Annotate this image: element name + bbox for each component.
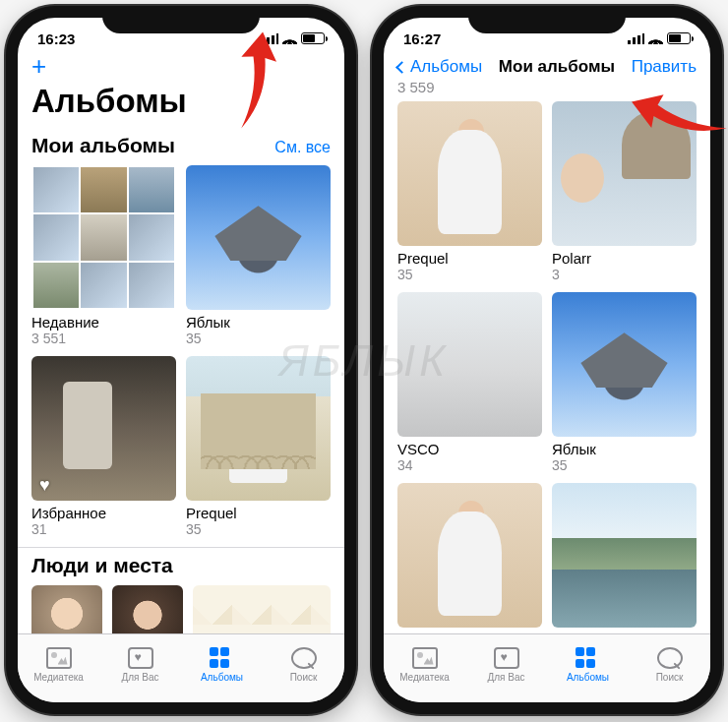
back-button[interactable]: Альбомы — [397, 57, 482, 77]
battery-icon — [667, 32, 691, 44]
album-prequel[interactable]: Prequel 35 — [397, 101, 542, 282]
album-count: 35 — [552, 457, 697, 473]
page-title: Альбомы — [18, 83, 344, 128]
search-icon — [657, 647, 683, 669]
tab-label: Медиатека — [399, 672, 450, 683]
album-yablyk[interactable]: Яблык 35 — [186, 165, 331, 346]
tab-bar: Медиатека Для Вас Альбомы Поиск — [18, 633, 344, 702]
section-people-places: Люди и места — [18, 547, 344, 585]
tab-for-you[interactable]: Для Вас — [465, 634, 547, 689]
person-thumb[interactable] — [31, 585, 102, 633]
album-prequel[interactable]: Prequel 35 — [186, 356, 331, 537]
albums-grid: Недавние 3 551 Яблык 35 Избранное 31 — [18, 165, 344, 547]
album-name: Prequel — [397, 250, 542, 267]
album-count: 3 551 — [31, 331, 176, 346]
section-title: Мои альбомы — [31, 134, 175, 157]
album-count: 35 — [397, 267, 542, 282]
screen-left: 16:23 + Альбомы Мои альбомы См. все — [18, 18, 344, 702]
nav-title: Мои альбомы — [499, 57, 615, 77]
tab-library[interactable]: Медиатека — [18, 634, 99, 689]
tab-label: Поиск — [656, 672, 684, 683]
album-name: Яблык — [186, 314, 331, 331]
album-name: Избранное — [31, 505, 176, 521]
content: Мои альбомы См. все Недавние 3 551 Яблык… — [18, 128, 344, 633]
album-count: 34 — [397, 457, 542, 473]
tab-search[interactable]: Поиск — [263, 634, 344, 689]
album-count: 35 — [186, 521, 331, 537]
wifi-icon — [648, 33, 663, 44]
tab-label: Для Вас — [121, 672, 158, 683]
album-count: 35 — [186, 331, 331, 346]
back-label: Альбомы — [410, 57, 482, 77]
tab-label: Медиатека — [33, 672, 84, 683]
for-you-icon — [494, 647, 519, 669]
status-icons — [628, 32, 691, 44]
album-thumb — [552, 483, 697, 628]
toolbar: + — [18, 53, 344, 83]
library-icon — [412, 647, 438, 669]
content: Prequel 35 Polarr 3 VSCO 34 Яблык 35 — [384, 101, 710, 633]
status-time: 16:23 — [37, 30, 75, 47]
album-thumb — [31, 356, 176, 501]
album-favorites[interactable]: Избранное 31 — [31, 356, 176, 537]
album-thumb — [186, 356, 331, 501]
album-snapseed[interactable]: Snapseed 1 — [552, 483, 697, 633]
album-thumb — [31, 165, 176, 310]
library-icon — [46, 647, 72, 669]
album-name: Недавние — [31, 314, 176, 331]
nav-bar: Альбомы Мои альбомы Править — [384, 53, 710, 79]
notch — [468, 6, 626, 33]
album-count: 3 — [552, 267, 697, 282]
tab-label: Альбомы — [567, 672, 609, 683]
album-thumb — [397, 101, 542, 246]
album-thumb — [552, 292, 697, 437]
tab-albums[interactable]: Альбомы — [181, 634, 263, 689]
phone-left: 16:23 + Альбомы Мои альбомы См. все — [6, 6, 356, 714]
tab-label: Поиск — [290, 672, 318, 683]
search-icon — [291, 647, 317, 669]
tab-for-you[interactable]: Для Вас — [99, 634, 181, 689]
tab-search[interactable]: Поиск — [629, 634, 710, 689]
section-my-albums: Мои альбомы См. все — [18, 128, 344, 165]
heart-icon — [39, 475, 57, 493]
see-all-link[interactable]: См. все — [274, 139, 331, 156]
album-name: Prequel — [186, 505, 331, 521]
add-button[interactable]: + — [31, 51, 46, 81]
album-name: Яблык — [552, 441, 697, 457]
for-you-icon — [128, 647, 153, 669]
tab-library[interactable]: Медиатека — [384, 634, 465, 689]
person-thumb[interactable] — [112, 585, 183, 633]
album-thumb — [397, 483, 542, 628]
tab-albums[interactable]: Альбомы — [547, 634, 629, 689]
people-places-row — [18, 585, 344, 633]
album-count: 31 — [31, 521, 176, 537]
albums-grid: Prequel 35 Polarr 3 VSCO 34 Яблык 35 — [384, 101, 710, 633]
album-name: VSCO — [397, 441, 542, 457]
places-map-thumb[interactable] — [193, 585, 331, 633]
tab-label: Для Вас — [487, 672, 524, 683]
albums-icon — [576, 647, 601, 669]
albums-icon — [210, 647, 235, 669]
section-title: Люди и места — [31, 554, 173, 577]
album-thumb — [186, 165, 331, 310]
cellular-signal-icon — [628, 33, 644, 44]
status-time: 16:27 — [403, 30, 441, 47]
album-recents[interactable]: Недавние 3 551 — [31, 165, 176, 346]
album-name: Polarr — [552, 250, 697, 267]
tab-bar: Медиатека Для Вас Альбомы Поиск — [384, 633, 710, 702]
album-vsco[interactable]: VSCO 34 — [397, 292, 542, 473]
album-yablyk[interactable]: Яблык 35 — [552, 292, 697, 473]
album-thumb — [397, 292, 542, 437]
tab-label: Альбомы — [201, 672, 243, 683]
battery-icon — [301, 32, 325, 44]
album-instagram[interactable]: Instagram 9 — [397, 483, 542, 633]
chevron-left-icon — [395, 61, 408, 74]
